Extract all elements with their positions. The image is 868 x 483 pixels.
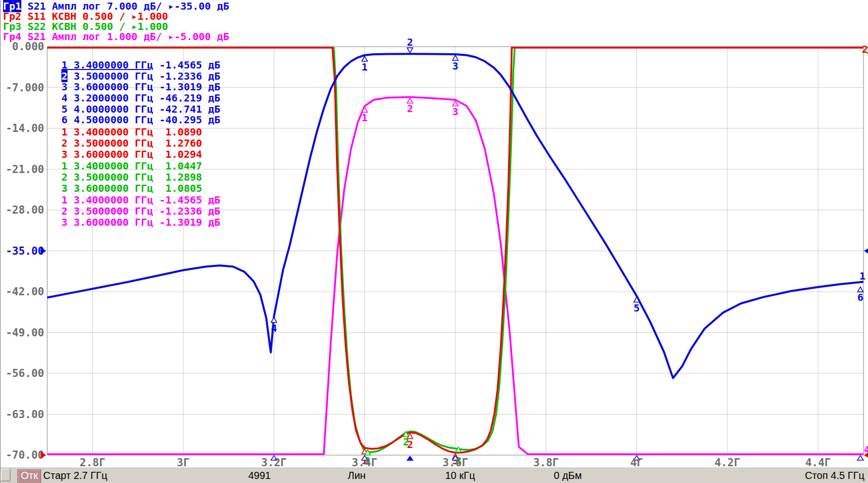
marker-readout-row: 3 3.6000000 ГГц 1.0294 [55, 149, 220, 160]
marker-readout-tables: 1 3.4000000 ГГц -1.4565 дБ 2 3.5000000 Г… [55, 60, 220, 229]
marker-label: 2 [407, 36, 413, 48]
output-power[interactable]: 0 дБм [554, 468, 582, 483]
marker-label: 3 [452, 455, 458, 467]
x-tick-label: 2.8Г [80, 457, 106, 468]
marker-label: 6 [857, 291, 863, 303]
x-tick-label: 4Г [630, 457, 643, 468]
marker-readout-row: 1 3.4000000 ГГц 1.0447 [55, 161, 220, 172]
ref-arrow-icon [41, 248, 46, 255]
marker-label: 1 [364, 455, 371, 467]
marker-glyph-icon [407, 434, 413, 439]
trace-number-indicator: 4 [864, 443, 868, 456]
marker-glyph-icon [403, 431, 409, 436]
trace-number-indicator: 1 [859, 270, 865, 282]
x-axis-labels: 2.8Г3Г3.2Г3.4Г3.6Г3.8Г4Г4.2Г4.4Г [80, 457, 831, 468]
stop-frequency[interactable]: Стоп 4.5 ГГц [805, 468, 864, 483]
marker-axis-icon [633, 456, 640, 460]
axis-marker-indicators [271, 456, 863, 461]
marker-axis-icon [271, 456, 277, 460]
marker-axis-icon [452, 456, 458, 460]
marker-readout-row: 1 3.4000000 ГГц 1.0890 [55, 127, 220, 138]
y-tick-label: -35.00 [6, 245, 44, 257]
marker-readout-row: 1 3.4000000 ГГц -1.4565 дБ [55, 195, 220, 206]
marker-label: 2 [407, 438, 413, 451]
x-tick-label: 4.4Г [805, 457, 831, 468]
marker-readout-row: 2 3.5000000 ГГц -1.2336 дБ [55, 206, 220, 217]
y-axis-labels: 0.000-7.000-14.00-21.00-28.00-35.00-42.0… [6, 41, 44, 461]
marker-readout-row: 2 3.5000000 ГГц 1.2898 [55, 172, 220, 183]
marker-readout-row: 5 4.0000000 ГГц -42.741 дБ [55, 104, 220, 115]
trace-number-indicator: 2 [862, 43, 868, 55]
marker-axis-icon [361, 456, 368, 460]
marker-glyph-icon [362, 107, 368, 112]
legend-line-gr2[interactable]: Гр2 S11 КСВН 0.500 / ▸1.000 [3, 11, 229, 21]
rf-out-indicator[interactable]: Отк [17, 469, 41, 483]
marker-glyph-icon [453, 454, 458, 459]
marker-readout-row: 3 3.6000000 ГГц -1.3019 дБ [55, 82, 220, 93]
trace-legend: Гр1 S21 Ампл лог 7.000 дБ/ ▸-35.00 дБ Гр… [3, 1, 229, 42]
marker-glyph-icon [634, 297, 640, 302]
marker-readout-row: 1 3.4000000 ГГц -1.4565 дБ [55, 60, 220, 71]
legend-line-gr3[interactable]: Гр3 S22 КСВН 0.500 / ▸1.000 [3, 21, 229, 31]
legend-line-gr1[interactable]: Гр1 S21 Ампл лог 7.000 дБ/ ▸-35.00 дБ [3, 1, 229, 11]
marker-label: 1 [361, 112, 368, 124]
marker-readout-row: 2 3.5000000 ГГц -1.2336 дБ [55, 71, 220, 82]
marker-label: 5 [633, 302, 640, 314]
x-tick-label: 3Г [177, 457, 189, 468]
trace-markers: 123456123123123 [271, 36, 863, 467]
status-bar: Отк Старт 2.7 ГГц 4991 Лин 10 кГц 0 дБм … [1, 468, 868, 483]
trace4-label[interactable]: Гр4 [3, 30, 21, 43]
marker-glyph-icon [271, 318, 277, 323]
y-tick-label: -14.00 [6, 122, 44, 134]
marker-readout-row: 3 3.6000000 ГГц 1.0805 [55, 183, 220, 194]
marker-table-Гр1: 1 3.4000000 ГГц -1.4565 дБ 2 3.5000000 Г… [55, 60, 220, 126]
marker-label: 4 [271, 322, 277, 334]
marker-glyph-icon [453, 55, 458, 60]
marker-glyph-icon [365, 450, 371, 455]
y-tick-label: -21.00 [6, 163, 44, 176]
start-frequency[interactable]: Старт 2.7 ГГц [43, 468, 107, 483]
ref-level-arrows [41, 248, 868, 459]
trace-number-indicator: 3 [866, 44, 868, 56]
legend-line-gr4[interactable]: Гр4 S21 Ампл лог 1.000 дБ/ ▸-5.000 дБ [3, 31, 229, 42]
points-count[interactable]: 4991 [248, 468, 271, 483]
y-tick-label: -42.00 [6, 286, 44, 298]
marker-table-Гр3: 1 3.4000000 ГГц 1.0447 2 3.5000000 ГГц 1… [55, 161, 220, 194]
marker-glyph-icon [362, 449, 368, 454]
y-tick-label: -7.000 [6, 82, 44, 94]
marker-readout-row: 2 3.5000000 ГГц 1.2760 [55, 138, 220, 149]
trace4-settings: S21 Ампл лог 1.000 дБ/ ▸-5.000 дБ [21, 30, 229, 43]
y-tick-label: -70.00 [6, 449, 44, 461]
ref-arrow-icon [864, 452, 868, 459]
marker-glyph-icon [453, 101, 458, 106]
marker-label: 1 [361, 455, 368, 467]
y-tick-label: -49.00 [6, 327, 44, 339]
y-tick-label: -63.00 [6, 408, 44, 421]
active-marker-axis-icon [407, 456, 414, 461]
y-tick-label: -56.00 [6, 367, 44, 380]
marker-label: 2 [407, 102, 413, 115]
x-tick-label: 4.2Г [715, 457, 741, 468]
marker-label: 1 [361, 61, 368, 73]
if-bandwidth[interactable]: 10 кГц [445, 468, 475, 483]
vna-screen: 1234561231231232.8Г3Г3.2Г3.4Г3.6Г3.8Г4Г4… [0, 0, 868, 483]
marker-readout-row: 4 3.2000000 ГГц -46.219 дБ [55, 93, 220, 104]
x-tick-label: 3.4Г [352, 457, 378, 468]
marker-table-Гр2: 1 3.4000000 ГГц 1.0890 2 3.5000000 ГГц 1… [55, 127, 220, 160]
marker-readout-row: 3 3.6000000 ГГц -1.3019 дБ [55, 217, 220, 228]
marker-glyph-icon [407, 98, 413, 103]
marker-readout-row: 6 4.5000000 ГГц -40.295 дБ [55, 115, 220, 126]
ref-arrow-icon [41, 452, 46, 459]
marker-glyph-icon [456, 447, 461, 452]
marker-label: 3 [452, 106, 458, 118]
marker-label: 3 [455, 455, 461, 467]
marker-glyph-icon [858, 287, 863, 292]
marker-label: 2 [403, 436, 409, 448]
marker-glyph-icon [362, 56, 368, 61]
marker-table-Гр4: 1 3.4000000 ГГц -1.4565 дБ 2 3.5000000 Г… [55, 195, 220, 228]
status-grip[interactable] [1, 468, 11, 481]
y-tick-label: -28.00 [6, 204, 44, 216]
x-tick-label: 3.6Г [443, 457, 469, 468]
marker-axis-icon [857, 456, 863, 460]
sweep-type[interactable]: Лин [348, 468, 365, 483]
